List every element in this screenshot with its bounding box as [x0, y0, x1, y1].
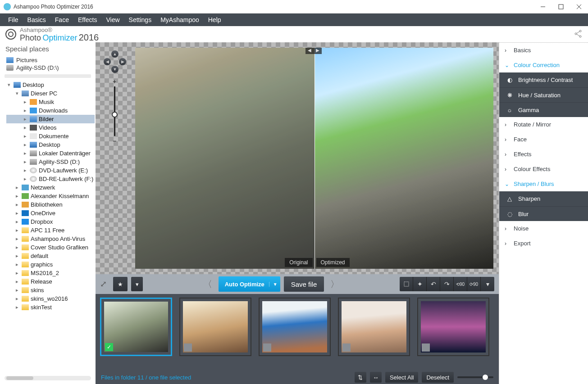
image-viewer[interactable]: ◀▶ Original Optimized ▲ ▼ ◀ ▶ + −	[96, 42, 499, 274]
panel-head-basics[interactable]: ›Basics	[499, 43, 588, 58]
tools-dropdown[interactable]: ▾	[481, 277, 494, 291]
tree-item-videos[interactable]: ▸Videos	[6, 123, 95, 132]
tree-item-dieser-pc[interactable]: ▾Dieser PC	[6, 89, 95, 98]
select-all-button[interactable]: Select All	[385, 372, 418, 383]
tree-item-musik[interactable]: ▸Musik	[6, 98, 95, 106]
thumbnail-1[interactable]: ✓	[100, 298, 172, 356]
compare-divider[interactable]	[315, 48, 315, 269]
prev-image-button[interactable]: 〈	[201, 278, 215, 290]
crop-icon[interactable]	[400, 277, 413, 291]
chevron-right-icon[interactable]: ▸	[23, 116, 28, 122]
auto-optimize-button[interactable]: Auto Optimize▼	[219, 276, 280, 292]
next-image-button[interactable]: 〉	[328, 278, 342, 290]
tree-item-bibliotheken[interactable]: ▸Bibliotheken	[6, 200, 95, 209]
panel-head-colour-correction[interactable]: ⌄Colour Correction	[499, 58, 588, 72]
tree-item-skins[interactable]: ▸skins	[6, 286, 95, 294]
tree-item-dokumente[interactable]: ▸Dokumente	[6, 132, 95, 140]
deselect-button[interactable]: Deselect	[422, 372, 454, 383]
tree-item-ashampoo-anti-virus[interactable]: ▸Ashampoo Anti-Virus	[6, 235, 95, 243]
tree-item-downloads[interactable]: ▸Downloads	[6, 106, 95, 115]
tree-item-dropbox[interactable]: ▸Dropbox	[6, 217, 95, 226]
zoom-thumb[interactable]	[112, 112, 118, 117]
chevron-right-icon[interactable]: ▸	[14, 185, 20, 190]
minimize-button[interactable]	[534, 0, 552, 14]
menu-file[interactable]: File	[4, 16, 23, 23]
rotate-right-icon[interactable]: ⟳90	[467, 277, 481, 291]
tree-item-default[interactable]: ▸default	[6, 252, 95, 260]
panel-head-sharpen-blurs[interactable]: ⌄Sharpen / Blurs	[499, 176, 588, 191]
chevron-right-icon[interactable]: ▸	[14, 270, 20, 276]
favorite-button[interactable]: ★	[113, 277, 128, 291]
maximize-button[interactable]	[552, 0, 570, 14]
thumbnail-size-slider[interactable]	[457, 376, 493, 378]
chevron-right-icon[interactable]: ▸	[14, 236, 20, 242]
zoom-out-icon[interactable]: −	[113, 138, 116, 144]
menu-settings[interactable]: Settings	[124, 16, 156, 23]
chevron-right-icon[interactable]: ▸	[14, 227, 20, 233]
panel-head-noise[interactable]: ›Noise	[499, 221, 588, 236]
chevron-right-icon[interactable]: ▸	[23, 108, 28, 113]
chevron-right-icon[interactable]: ▸	[23, 99, 28, 105]
panel-head-effects[interactable]: ›Effects	[499, 147, 588, 162]
panel-item-brightness-contrast[interactable]: ◐Brightness / Contrast	[499, 72, 588, 87]
favorite-dropdown[interactable]: ▾	[131, 277, 143, 291]
tree-item-bd-re-laufwerk-f-[interactable]: ▸BD-RE-Laufwerk (F:)	[6, 175, 95, 183]
panel-head-face[interactable]: ›Face	[499, 132, 588, 147]
chevron-right-icon[interactable]: ▸	[23, 176, 28, 182]
tree-item-bilder[interactable]: ▸Bilder	[6, 115, 95, 123]
thumbnail-2[interactable]	[179, 298, 251, 356]
save-file-button[interactable]: Save file	[284, 276, 324, 292]
fullscreen-icon[interactable]: ⤢	[100, 279, 107, 289]
panel-head-colour-effects[interactable]: ›Colour Effects	[499, 162, 588, 176]
tree-scrollbar[interactable]	[5, 376, 91, 380]
fit-width-button[interactable]: ↔	[370, 372, 382, 383]
menu-effects[interactable]: Effects	[73, 16, 102, 23]
chevron-right-icon[interactable]: ▸	[14, 202, 20, 208]
zoom-slider[interactable]: + −	[111, 78, 118, 144]
pan-right-button[interactable]: ▶	[119, 58, 126, 65]
panel-head-rotate-mirror[interactable]: ›Rotate / Mirror	[499, 117, 588, 132]
tree-item-alexander-kisselmann[interactable]: ▸Alexander Kisselmann	[6, 192, 95, 200]
compare-handle[interactable]: ◀▶	[305, 48, 322, 54]
special-item-pictures[interactable]: Pictures	[6, 56, 89, 64]
tree-item-skintest[interactable]: ▸skinTest	[6, 303, 95, 312]
chevron-right-icon[interactable]: ▸	[23, 167, 28, 173]
tree-item-lokaler-datentr-ger[interactable]: ▸Lokaler Datenträger	[6, 149, 95, 158]
chevron-right-icon[interactable]: ▸	[14, 219, 20, 225]
chevron-down-icon[interactable]: ▾	[14, 90, 20, 96]
chevron-right-icon[interactable]: ▸	[14, 304, 20, 310]
special-item-ssd[interactable]: Agility-SSD (D:\)	[6, 64, 89, 72]
special-scrollbar[interactable]	[5, 74, 91, 78]
chevron-right-icon[interactable]: ▸	[14, 253, 20, 259]
tree-item-dvd-laufwerk-e-[interactable]: ▸DVD-Laufwerk (E:)	[6, 166, 95, 175]
tree-item-graphics[interactable]: ▸graphics	[6, 260, 95, 269]
chevron-right-icon[interactable]: ▸	[23, 142, 28, 148]
rotate-left-icon[interactable]: ⟲90	[454, 277, 467, 291]
panel-item-gamma[interactable]: ☼Gamma	[499, 102, 588, 117]
chevron-right-icon[interactable]: ▸	[14, 244, 20, 250]
share-icon[interactable]	[574, 29, 583, 40]
chevron-down-icon[interactable]: ▾	[6, 82, 12, 88]
tree-item-apc-11-free[interactable]: ▸APC 11 Free	[6, 226, 95, 235]
wand-icon[interactable]: ✦	[413, 277, 427, 291]
panel-head-export[interactable]: ›Export	[499, 236, 588, 251]
chevron-right-icon[interactable]: ▸	[23, 159, 28, 165]
tree-item-agility-ssd-d-[interactable]: ▸Agility-SSD (D:)	[6, 158, 95, 166]
chevron-right-icon[interactable]: ▸	[23, 150, 28, 156]
pan-left-button[interactable]: ◀	[104, 58, 111, 65]
tree-item-desktop[interactable]: ▾Desktop	[6, 81, 95, 89]
panel-item-sharpen[interactable]: △Sharpen	[499, 191, 588, 206]
thumbnail-3[interactable]	[259, 298, 331, 356]
tree-item-onedrive[interactable]: ▸OneDrive	[6, 209, 95, 217]
pan-down-button[interactable]: ▼	[111, 66, 119, 73]
chevron-right-icon[interactable]: ▸	[14, 210, 20, 216]
menu-face[interactable]: Face	[50, 16, 73, 23]
thumbnail-4[interactable]	[338, 298, 410, 356]
panel-item-hue-saturation[interactable]: ❋Hue / Saturation	[499, 87, 588, 102]
chevron-right-icon[interactable]: ▸	[14, 279, 20, 285]
menu-myashampoo[interactable]: MyAshampoo	[156, 16, 204, 23]
thumbnail-5[interactable]	[417, 298, 489, 356]
menu-basics[interactable]: Basics	[23, 16, 50, 23]
chevron-right-icon[interactable]: ▸	[14, 262, 20, 267]
chevron-right-icon[interactable]: ▸	[23, 133, 28, 139]
